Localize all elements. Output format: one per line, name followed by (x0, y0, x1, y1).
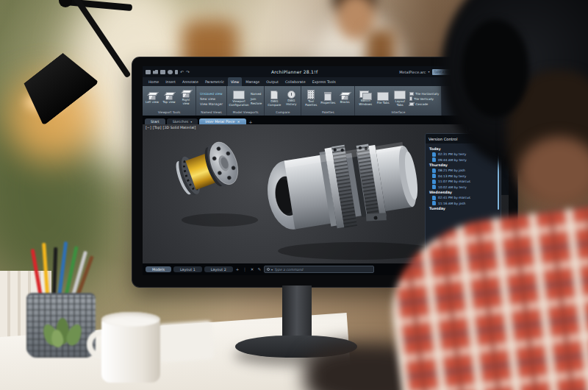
dwg-compare-button[interactable]: DWG Compare (267, 91, 282, 107)
windows-icon (359, 91, 371, 99)
version-control-title: Version Control (429, 137, 457, 141)
layout-tabs-button[interactable]: Layout Tabs (392, 91, 407, 107)
dwg-history-button[interactable]: DWG History (284, 91, 298, 106)
palette-grid-icon (307, 90, 315, 99)
join-viewport-button[interactable]: Join (251, 97, 262, 101)
day-header: Wednesday (429, 191, 495, 194)
viewport-controls: [−] [Top] [3D Solid Material] (146, 126, 196, 130)
version-entry[interactable]: 08:21 PM by josh (432, 169, 495, 173)
viewport-visual-style-control[interactable]: [3D Solid Material] (163, 126, 196, 130)
ribbon-section-named-views: Unsaved view New view View Manager Named… (196, 86, 227, 116)
add-layout-icon[interactable]: + (235, 267, 240, 272)
named-viewport-button[interactable]: Named (251, 92, 262, 96)
unsaved-view-link[interactable]: Unsaved view (200, 92, 223, 96)
tab-caret-icon[interactable]: ▾ (190, 120, 192, 124)
ribbon-section-viewport-tools: Left view Top view Right view Viewport T… (143, 86, 196, 116)
menu-insert[interactable]: Insert (162, 77, 179, 86)
models-tab[interactable]: Models (146, 266, 171, 272)
ribbon-section-interface: Switch Windows File Tabs Layout Tabs Til… (355, 86, 442, 116)
menu-output[interactable]: Output (263, 77, 282, 86)
menu-collaborate[interactable]: Collaborate (282, 77, 309, 86)
mobile-icon[interactable] (175, 70, 178, 74)
version-entry[interactable]: 11:07 PM by marcus (432, 180, 495, 184)
file-icon (432, 157, 436, 162)
pencil-icon[interactable]: ✎ (257, 267, 262, 272)
layout1-tab[interactable]: Layout 1 (173, 266, 202, 272)
section-label: Model Viewports (229, 110, 262, 116)
section-label: Interface (357, 110, 439, 116)
file-icon (432, 180, 436, 184)
command-caret-icon[interactable]: ▾ (271, 268, 273, 272)
right-view-button[interactable]: Right view (179, 91, 193, 105)
version-entry[interactable]: 09:44 AM by terry (432, 157, 495, 162)
viewport-minimize-control[interactable]: [−] (146, 126, 151, 130)
section-label: Compare (267, 110, 298, 116)
tile-vertical-icon (409, 96, 412, 101)
white-box (157, 320, 214, 362)
tool-palettes-button[interactable]: Tool Palettes (304, 90, 318, 107)
top-view-button[interactable]: Top view (162, 93, 176, 104)
layout2-tab[interactable]: Layout 2 (204, 266, 233, 272)
command-menu-icon[interactable] (267, 268, 270, 271)
tile-horizontal-icon (409, 92, 414, 96)
tab-sketches[interactable]: Sketches▾ (167, 118, 198, 124)
close-icon[interactable]: ✕ (250, 267, 255, 272)
switch-windows-button[interactable]: Switch Windows (357, 91, 373, 106)
version-entry[interactable]: 04:13 PM by terry (432, 174, 495, 178)
viewport-configuration-button[interactable]: Viewport Configuration (229, 91, 248, 107)
cascade-icon (409, 102, 415, 106)
ribbon-section-palettes: Tool Palettes Properties Blocks Palettes (301, 86, 355, 116)
overflow-icon[interactable]: ⋮ (242, 267, 248, 272)
view-manager-link[interactable]: View Manager (200, 102, 223, 106)
redo-icon[interactable]: ↷ (186, 70, 190, 74)
app-menu-icon[interactable] (146, 70, 151, 74)
blocks-button[interactable]: Blocks (337, 93, 352, 104)
menu-view[interactable]: View (228, 77, 242, 86)
menu-manage[interactable]: Manage (243, 77, 262, 86)
command-line[interactable]: ▾ (264, 266, 374, 273)
monitor-stand (282, 286, 312, 341)
cube-icon (148, 93, 156, 100)
cascade-toggle[interactable]: Cascade (409, 102, 439, 106)
tile-vertically-toggle[interactable]: Tile Vertically (409, 96, 439, 101)
headphone-earcup (462, 19, 529, 118)
file-caret-icon[interactable]: ▾ (429, 70, 430, 74)
menu-express-tools[interactable]: Express Tools (309, 77, 339, 86)
undo-icon[interactable]: ↶ (180, 70, 184, 74)
file-icon (432, 196, 436, 200)
plot-icon[interactable] (168, 70, 173, 74)
menu-parametric[interactable]: Parametric (202, 77, 227, 86)
file-icon (432, 152, 436, 157)
version-entry[interactable]: 11:16 AM by josh (432, 201, 495, 205)
new-view-link[interactable]: New view (200, 97, 223, 101)
succulent-plant (41, 315, 87, 350)
current-file-name: MetalPiece.arc (399, 70, 426, 74)
section-label: Palettes (304, 110, 352, 116)
workspace-photo: ↶ ↷ ArchiPlanner 28.1!f MetalPiece.arc ▾… (0, 0, 588, 390)
restore-viewport-button[interactable]: Restore (251, 102, 262, 105)
history-clock-icon (287, 91, 295, 99)
new-tab-button[interactable]: + (248, 119, 254, 124)
menu-home[interactable]: Home (146, 77, 162, 86)
properties-button[interactable]: Properties (320, 92, 335, 105)
save-icon[interactable] (160, 70, 165, 74)
version-entry[interactable]: 02:41 PM by marcus (432, 196, 495, 200)
app-title: ArchiPlanner 28.1!f (192, 69, 397, 74)
tab-close-icon[interactable]: × (237, 120, 240, 124)
file-icon (432, 201, 436, 205)
cube-icon (182, 91, 190, 98)
tab-inter-metal-piece[interactable]: Inter Metal Piece× (199, 118, 245, 124)
file-icon (432, 185, 436, 189)
file-icon (432, 174, 436, 178)
section-label: Named Views (198, 110, 224, 116)
coffee-mug (101, 315, 160, 383)
file-tabs-button[interactable]: File Tabs (376, 92, 390, 105)
left-view-button[interactable]: Left view (145, 93, 159, 104)
command-input[interactable] (274, 268, 371, 272)
tab-start[interactable]: Start (145, 118, 165, 124)
version-entry[interactable]: 10:02 AM by terry (432, 185, 495, 189)
viewport-view-control[interactable]: [Top] (153, 126, 162, 130)
menu-annotate[interactable]: Annotate (179, 77, 201, 86)
tile-horizontally-toggle[interactable]: Tile Horizontally (409, 92, 439, 96)
open-folder-icon[interactable] (153, 70, 158, 74)
